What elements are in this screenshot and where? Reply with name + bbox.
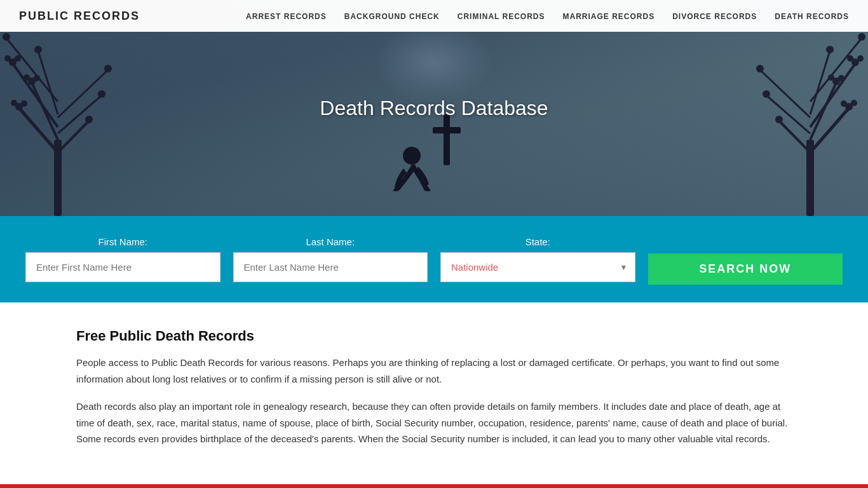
nav-background-check[interactable]: BACKGROUND CHECK [344, 12, 440, 21]
svg-point-10 [11, 100, 17, 106]
first-name-label: First Name: [25, 236, 220, 247]
last-name-input[interactable] [233, 252, 428, 282]
navbar: PUBLIC RECORDS ARREST RECORDS BACKGROUND… [0, 0, 868, 32]
svg-point-11 [21, 100, 27, 107]
svg-point-19 [3, 33, 10, 41]
content-paragraph-1: People access to Public Death Records fo… [76, 355, 792, 387]
hero-title: Death Records Database [320, 97, 548, 120]
last-name-field: Last Name: [233, 236, 428, 282]
svg-line-6 [58, 121, 89, 152]
state-field: State: Nationwide Alabama Alaska Arizona… [440, 236, 635, 282]
brand-logo[interactable]: PUBLIC RECORDS [19, 10, 140, 23]
svg-line-7 [58, 95, 102, 133]
search-now-button[interactable]: SEARCH NOW [648, 254, 843, 285]
svg-rect-46 [444, 114, 450, 165]
first-name-field: First Name: [25, 236, 220, 282]
nav-divorce-records[interactable]: DIVORCE RECORDS [672, 12, 757, 21]
svg-point-45 [756, 65, 764, 72]
button-spacer [648, 234, 843, 248]
first-name-input[interactable] [25, 252, 220, 282]
svg-point-34 [841, 100, 847, 107]
last-name-label: Last Name: [233, 236, 428, 247]
tree-right-silhouette [741, 13, 868, 216]
state-select-wrapper: Nationwide Alabama Alaska Arizona Arkans… [440, 252, 635, 282]
svg-point-14 [34, 75, 40, 81]
svg-line-2 [32, 83, 58, 140]
svg-point-41 [826, 46, 834, 53]
svg-line-1 [19, 108, 58, 152]
svg-line-29 [779, 121, 810, 152]
svg-line-25 [810, 83, 836, 140]
svg-point-21 [98, 90, 105, 98]
svg-point-37 [838, 75, 844, 81]
content-heading: Free Public Death Records [76, 328, 792, 344]
nav-marriage-records[interactable]: MARRIAGE RECORDS [563, 12, 655, 21]
nav-death-records[interactable]: DEATH RECORDS [775, 12, 849, 21]
state-label: State: [440, 236, 635, 247]
svg-point-17 [15, 55, 21, 62]
svg-point-42 [858, 33, 865, 41]
svg-point-36 [828, 74, 834, 81]
content-section: Free Public Death Records People access … [0, 302, 868, 484]
svg-point-16 [4, 55, 11, 62]
svg-point-43 [775, 116, 783, 123]
svg-line-30 [766, 95, 810, 133]
red-bottom-bar [0, 484, 868, 489]
svg-point-18 [34, 46, 42, 53]
hero-section: Death Records Database [0, 0, 868, 216]
svg-rect-47 [433, 127, 461, 133]
nav-links: ARREST RECORDS BACKGROUND CHECK CRIMINAL… [246, 10, 849, 22]
svg-point-44 [763, 90, 770, 98]
svg-point-22 [104, 65, 112, 72]
svg-point-39 [857, 55, 864, 62]
svg-point-40 [847, 55, 853, 62]
svg-line-24 [810, 108, 849, 152]
state-select[interactable]: Nationwide Alabama Alaska Arizona Arkans… [440, 252, 635, 282]
svg-point-48 [403, 147, 421, 165]
svg-point-33 [851, 100, 857, 106]
search-button-wrap: SEARCH NOW [648, 234, 843, 285]
svg-point-13 [24, 74, 30, 81]
search-section: First Name: Last Name: State: Nationwide… [0, 216, 868, 302]
nav-arrest-records[interactable]: ARREST RECORDS [246, 12, 327, 21]
content-paragraph-2: Death records also play an important rol… [76, 398, 792, 447]
nav-criminal-records[interactable]: CRIMINAL RECORDS [458, 12, 545, 21]
svg-point-20 [85, 116, 93, 123]
tree-left-silhouette [0, 13, 127, 216]
